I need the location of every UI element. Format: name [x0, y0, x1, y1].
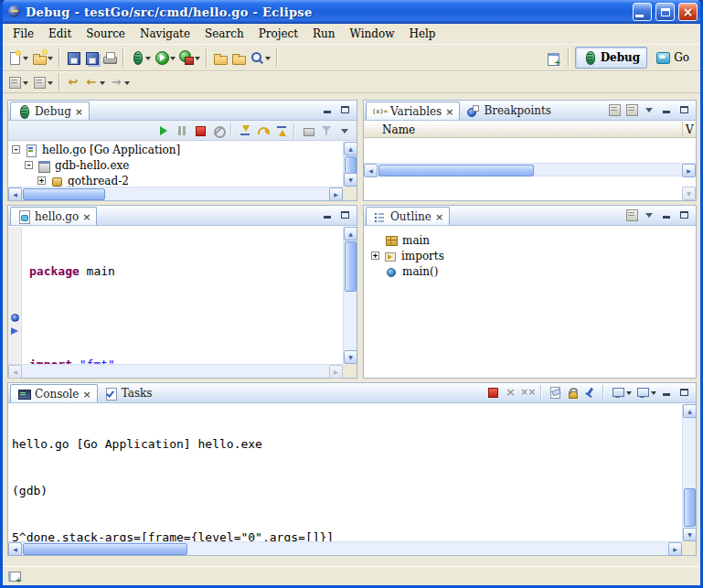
editor-vertical-scrollbar[interactable]	[343, 227, 357, 364]
code-line-2[interactable]	[29, 310, 343, 326]
collapse-expander-icon[interactable]	[12, 145, 20, 154]
maximize-button[interactable]	[655, 3, 675, 21]
scroll-right-button[interactable]	[329, 365, 343, 379]
search-button[interactable]	[248, 47, 272, 69]
scroll-up-button[interactable]	[344, 227, 357, 241]
clear-console-button[interactable]	[548, 385, 562, 399]
drop-to-frame-button[interactable]	[299, 122, 316, 140]
menu-source[interactable]: Source	[79, 26, 133, 42]
disconnect-button[interactable]	[209, 122, 227, 140]
scroll-down-button[interactable]: ▼	[682, 187, 696, 200]
minimize-view-button[interactable]	[659, 102, 674, 116]
close-icon[interactable]	[82, 210, 91, 223]
open-folder2-button[interactable]	[229, 47, 248, 69]
scroll-down-button[interactable]	[344, 350, 357, 364]
tab-debug[interactable]: Debug	[10, 102, 90, 120]
open-console-button[interactable]	[634, 385, 656, 399]
perspective-debug-button[interactable]: Debug	[575, 47, 648, 69]
editor-horizontal-scrollbar[interactable]	[8, 364, 343, 378]
step-into-button[interactable]	[236, 122, 253, 140]
tree-item-launch[interactable]: hello.go [Go Application]	[8, 142, 357, 157]
minimize-view-button[interactable]	[320, 208, 335, 221]
outline-item-imports[interactable]: imports	[364, 248, 696, 263]
outline-item-package[interactable]: main	[364, 232, 696, 248]
code-line-1[interactable]: package main	[29, 263, 343, 279]
scrollbar-thumb[interactable]	[378, 165, 534, 176]
menu-edit[interactable]: Edit	[41, 26, 79, 42]
close-icon[interactable]	[445, 105, 453, 118]
previous-annotation-button[interactable]	[30, 73, 55, 91]
show-type-names-button[interactable]	[607, 102, 622, 116]
close-icon[interactable]	[75, 105, 83, 118]
terminate-console-button[interactable]	[485, 385, 500, 399]
print-button[interactable]	[101, 47, 119, 69]
collapse-expander-icon[interactable]	[25, 161, 33, 169]
scroll-left-button[interactable]	[8, 187, 22, 200]
pin-console-button[interactable]	[582, 385, 597, 399]
console-output-area[interactable]: hello.go [Go Application] hello.exe (gdb…	[8, 404, 682, 541]
menu-run[interactable]: Run	[305, 26, 343, 42]
minimize-button[interactable]	[633, 3, 652, 21]
column-name[interactable]: Name	[364, 122, 683, 137]
next-annotation-button[interactable]	[5, 73, 30, 91]
close-icon[interactable]	[435, 210, 443, 223]
remove-all-launches-button[interactable]	[520, 385, 535, 399]
outline-view-menu-button[interactable]	[642, 208, 656, 221]
minimize-view-button[interactable]	[659, 208, 674, 221]
scrollbar-thumb[interactable]	[684, 488, 696, 527]
menu-help[interactable]: Help	[401, 26, 442, 42]
console-vertical-scrollbar[interactable]	[682, 404, 696, 541]
scroll-left-button[interactable]	[364, 164, 378, 177]
scrollbar-thumb[interactable]	[345, 241, 357, 292]
variables-tree-area[interactable]	[364, 138, 696, 163]
scrollbar-thumb[interactable]	[23, 543, 187, 555]
code-area[interactable]: package main import "fmt" func main() { …	[22, 227, 343, 364]
debug-vertical-scrollbar[interactable]	[343, 142, 357, 187]
open-folder-button[interactable]	[211, 47, 229, 69]
maximize-view-button[interactable]	[676, 102, 691, 116]
scroll-right-button[interactable]	[682, 164, 696, 177]
maximize-view-button[interactable]	[337, 102, 352, 116]
tab-tasks[interactable]: Tasks	[98, 384, 158, 402]
remove-launch-button[interactable]	[503, 385, 517, 399]
scroll-down-button[interactable]	[344, 173, 357, 187]
column-value[interactable]: V	[683, 123, 696, 136]
collapse-all-button[interactable]	[624, 102, 639, 116]
console-horizontal-scrollbar[interactable]	[8, 541, 682, 555]
expand-expander-icon[interactable]	[371, 251, 379, 260]
debug-view-menu-button[interactable]	[336, 122, 353, 140]
scroll-up-button[interactable]	[344, 142, 357, 155]
step-return-button[interactable]	[272, 122, 290, 140]
minimize-view-button[interactable]	[320, 102, 335, 116]
editor-gutter[interactable]	[8, 227, 22, 364]
fast-view-icon[interactable]	[7, 569, 22, 583]
debug-horizontal-scrollbar[interactable]	[8, 187, 343, 200]
menu-project[interactable]: Project	[251, 26, 305, 42]
debug-launch-button[interactable]	[128, 47, 153, 69]
scroll-up-button[interactable]	[683, 404, 697, 418]
maximize-view-button[interactable]	[676, 208, 691, 221]
new-element-button[interactable]	[30, 47, 55, 69]
tab-breakpoints[interactable]: Breakpoints	[460, 102, 557, 120]
resume-button[interactable]	[154, 122, 172, 140]
scroll-lock-button[interactable]	[565, 385, 580, 399]
terminate-button[interactable]	[191, 122, 208, 140]
close-button[interactable]	[678, 3, 698, 21]
menu-window[interactable]: Window	[343, 26, 402, 42]
menu-search[interactable]: Search	[197, 26, 251, 42]
suspend-button[interactable]	[173, 122, 190, 140]
forward-button[interactable]	[107, 73, 132, 91]
expand-expander-icon[interactable]	[37, 176, 46, 185]
back-button[interactable]	[82, 73, 107, 91]
external-tools-button[interactable]	[177, 47, 202, 69]
save-button[interactable]	[64, 47, 82, 69]
display-selected-console-button[interactable]	[610, 385, 632, 399]
close-icon[interactable]	[82, 388, 91, 401]
code-line-3[interactable]: import "fmt"	[29, 357, 343, 364]
step-filters-button[interactable]	[317, 122, 335, 140]
scroll-left-button[interactable]	[8, 365, 22, 379]
menu-navigate[interactable]: Navigate	[133, 26, 197, 42]
variables-view-menu-button[interactable]	[642, 102, 656, 116]
new-wizard-button[interactable]	[5, 47, 30, 69]
variables-horizontal-scrollbar[interactable]	[364, 163, 696, 176]
